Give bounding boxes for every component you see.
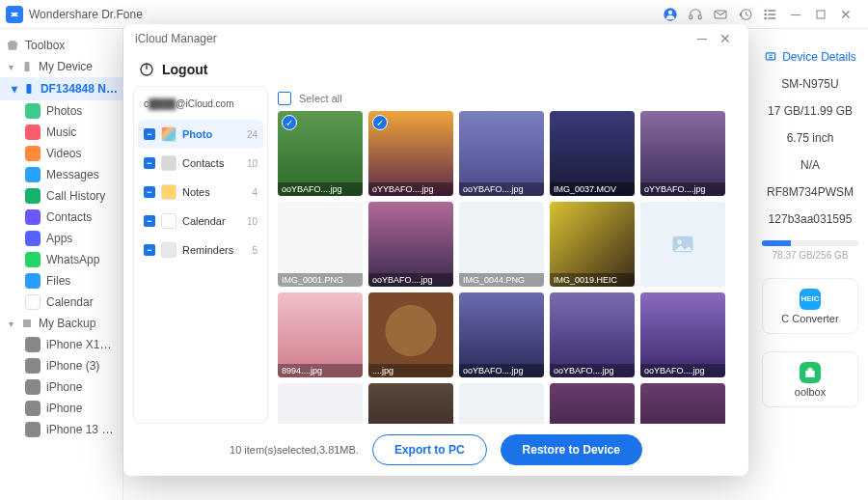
category-icon	[161, 213, 176, 229]
modal-titlebar: iCloud Manager ─ ✕	[123, 24, 748, 53]
sidebar-item-music[interactable]: Music	[0, 122, 122, 143]
photo-thumbnail[interactable]: ooYBAFO....jpg	[368, 202, 453, 287]
photo-thumbnail[interactable]: 8994....jpg	[278, 292, 363, 377]
category-count: 10	[247, 158, 258, 169]
history-icon[interactable]	[733, 2, 758, 27]
expand-toggle-icon[interactable]: −	[144, 128, 155, 140]
photo-thumbnail[interactable]: ✓oYYBAFO....jpg	[368, 111, 453, 196]
device-details-link[interactable]: Device Details	[752, 43, 868, 70]
modal-minimize[interactable]: ─	[691, 31, 714, 46]
photo-thumbnail[interactable]	[459, 383, 544, 424]
export-to-pc-button[interactable]: Export to PC	[372, 434, 487, 465]
sidebar-item-whatsapp[interactable]: WhatsApp	[0, 249, 122, 270]
expand-toggle-icon[interactable]: −	[144, 244, 155, 256]
category-photo[interactable]: −Photo24	[138, 120, 263, 149]
select-all-checkbox[interactable]	[278, 92, 291, 105]
sidebar-item-apps[interactable]: Apps	[0, 228, 122, 249]
sidebar-item-photos[interactable]: Photos	[0, 100, 122, 122]
category-contacts[interactable]: −Contacts10	[138, 149, 263, 178]
expand-toggle-icon[interactable]: −	[144, 157, 155, 169]
sidebar-item-calendar[interactable]: Calendar	[0, 292, 122, 313]
photo-thumbnail[interactable]	[640, 383, 725, 424]
photo-thumbnail[interactable]	[550, 383, 635, 424]
sidebar-item-videos[interactable]: Videos	[0, 143, 122, 164]
storage-bar-text: 78.37 GB/256 GB	[752, 250, 868, 261]
sidebar: Toolbox ▾ My Device ▾ DF134848 Note Phot…	[0, 29, 123, 500]
sidebar-mydevice[interactable]: ▾ My Device	[0, 56, 122, 77]
detail-na: N/A	[752, 152, 868, 179]
restore-to-device-button[interactable]: Restore to Device	[501, 434, 642, 465]
svg-rect-9	[817, 11, 825, 18]
logout-button[interactable]: Logout	[123, 53, 748, 86]
category-icon	[161, 126, 176, 142]
photo-thumbnail[interactable]: ooYBAFO....jpg	[640, 292, 725, 377]
category-calendar[interactable]: −Calendar10	[138, 207, 263, 236]
modal-close[interactable]: ✕	[714, 31, 737, 46]
select-all-row[interactable]: Select all	[278, 86, 748, 111]
checkmark-icon: ✓	[282, 115, 297, 130]
feature-toolbox[interactable]: oolbox	[762, 351, 858, 407]
backup-item[interactable]: iPhone X14.7-...	[0, 334, 122, 355]
category-icon	[25, 103, 41, 119]
sidebar-device-selected[interactable]: ▾ DF134848 Note	[0, 77, 122, 100]
headset-icon[interactable]	[683, 2, 708, 27]
photo-thumbnail[interactable]: ✓ooYBAFO....jpg	[278, 111, 363, 196]
photo-thumbnail[interactable]: ooYBAFO....jpg	[459, 292, 544, 377]
category-icon	[25, 252, 41, 267]
thumbnail-filename: IMG_0001.PNG	[278, 273, 363, 287]
category-icon	[25, 125, 41, 140]
sidebar-item-contacts[interactable]: Contacts	[0, 207, 122, 228]
category-count: 10	[247, 216, 258, 227]
photo-thumbnail[interactable]	[278, 383, 363, 424]
icloud-account: c████@iCloud.com	[138, 95, 263, 119]
backup-item[interactable]: iPhone	[0, 398, 122, 419]
storage-bar	[762, 240, 858, 246]
window-maximize[interactable]	[808, 2, 833, 27]
menu-icon[interactable]	[758, 2, 783, 27]
thumbnail-filename: ooYBAFO....jpg	[640, 364, 725, 377]
backup-item[interactable]: iPhone (3)	[0, 355, 122, 376]
photo-thumbnail[interactable]: IMG_0001.PNG	[278, 202, 363, 287]
backup-item[interactable]: iPhone 13 Pro	[0, 419, 122, 440]
sidebar-mybackup[interactable]: ▾ My Backup	[0, 313, 122, 334]
category-icon	[25, 231, 41, 246]
category-count: 4	[252, 187, 258, 198]
window-minimize[interactable]: ─	[783, 2, 808, 27]
photo-thumbnail[interactable]	[640, 202, 725, 287]
backup-item[interactable]: iPhone	[0, 376, 122, 398]
window-close[interactable]: ✕	[833, 2, 858, 27]
svg-point-6	[765, 10, 766, 11]
photo-thumbnail[interactable]	[368, 383, 453, 424]
category-icon	[161, 184, 176, 200]
thumbnail-filename: IMG_0037.MOV	[550, 182, 635, 196]
category-count: 5	[252, 245, 258, 256]
thumbnail-filename: 8994....jpg	[278, 364, 363, 377]
toolbox-card-icon	[800, 362, 821, 383]
user-icon[interactable]	[658, 2, 683, 27]
photo-thumbnail[interactable]: oYYBAFO....jpg	[640, 111, 725, 196]
photo-thumbnail[interactable]: ooYBAFO....jpg	[550, 292, 635, 377]
photo-thumbnail[interactable]: ooYBAFO....jpg	[459, 111, 544, 196]
mail-icon[interactable]	[708, 2, 733, 27]
expand-toggle-icon[interactable]: −	[144, 186, 155, 198]
sidebar-item-files[interactable]: Files	[0, 270, 122, 292]
photo-thumbnail[interactable]: ....jpg	[368, 292, 453, 377]
sidebar-item-call-history[interactable]: Call History	[0, 185, 122, 207]
category-reminders[interactable]: −Reminders5	[138, 236, 263, 264]
category-notes[interactable]: −Notes4	[138, 178, 263, 207]
phone-icon	[25, 337, 41, 352]
category-panel: c████@iCloud.com −Photo24−Contacts10−Not…	[133, 86, 268, 424]
thumbnail-filename: ooYBAFO....jpg	[459, 182, 544, 196]
photo-thumbnail[interactable]: IMG_0037.MOV	[550, 111, 635, 196]
select-all-label: Select all	[299, 93, 342, 104]
svg-point-1	[668, 10, 672, 14]
photo-thumbnail[interactable]: IMG_0044.PNG	[459, 202, 544, 287]
thumbnail-filename: ooYBAFO....jpg	[278, 182, 363, 196]
chevron-down-icon: ▾	[12, 82, 17, 96]
sidebar-toolbox[interactable]: Toolbox	[0, 35, 122, 56]
photo-thumbnail[interactable]: IMG_0019.HEIC	[550, 202, 635, 287]
sidebar-item-messages[interactable]: Messages	[0, 164, 122, 185]
expand-toggle-icon[interactable]: −	[144, 215, 155, 227]
category-count: 24	[247, 129, 258, 140]
feature-heic-converter[interactable]: HEIC C Converter	[762, 278, 858, 334]
